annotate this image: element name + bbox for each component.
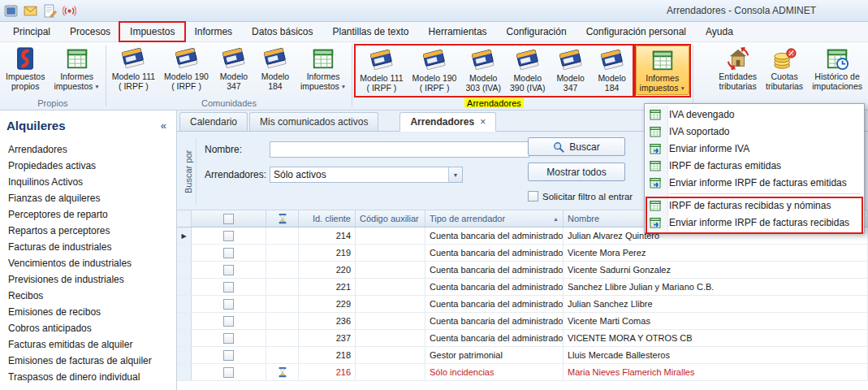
column-header-checkbox[interactable] — [192, 210, 266, 227]
app-icon[interactable] — [4, 4, 18, 18]
broadcast-icon[interactable] — [63, 4, 76, 18]
ribbon-button[interactable]: Modelo 347▼ — [551, 46, 591, 94]
cell-tipo-arrendador: Cuenta bancaria del administrador — [425, 245, 564, 261]
menu-item[interactable]: Plantillas de texto — [322, 23, 418, 41]
edit-note-icon[interactable] — [43, 4, 57, 18]
tab-close-icon[interactable]: × — [480, 116, 486, 128]
ribbon-button[interactable]: Cuotas tributarias▼ — [762, 44, 807, 93]
ribbon-button[interactable]: Modelo 111 ( IRPF )▼ — [356, 46, 407, 94]
sidebar-item[interactable]: Perceptores de reparto — [0, 206, 176, 223]
table-row[interactable]: ▶ 236 Cuenta bancaria del administrador … — [177, 313, 868, 330]
ribbon-group-label: Arrendadores — [354, 98, 633, 110]
menu-item[interactable]: Informes — [184, 23, 242, 41]
menu-item[interactable]: Herramientas — [419, 23, 497, 41]
row-checkbox[interactable] — [223, 282, 234, 292]
sidebar-item[interactable]: Emisiones de recibos — [0, 304, 176, 320]
menu-item[interactable]: Procesos — [60, 23, 120, 41]
sidebar-item[interactable]: Repartos a perceptores — [0, 223, 176, 239]
ribbon-button[interactable]: Modelo 303 (IVA)▼ — [461, 46, 505, 94]
tab[interactable]: Mis comunicados activos × — [249, 112, 378, 131]
menu-item[interactable]: Configuración personal — [577, 23, 696, 41]
table-row[interactable]: ▶ 218 Gestor patrimonial Lluis Mercade B… — [177, 347, 868, 364]
row-checkbox[interactable] — [223, 265, 234, 275]
menu-item[interactable]: Impuestos — [120, 23, 184, 41]
row-checkbox[interactable] — [223, 248, 234, 258]
ribbon-button[interactable]: Modelo 184▼ — [255, 44, 296, 93]
row-checkbox[interactable] — [223, 350, 234, 361]
informes-impuestos-button[interactable]: Informes impuestos▼ — [636, 46, 689, 95]
table-row[interactable]: ▶ 237 Cuenta bancaria del administrador … — [177, 330, 868, 347]
ribbon-group-label: Comunidades — [108, 98, 351, 110]
mail-icon[interactable] — [24, 4, 37, 18]
ribbon-button[interactable]: Entidades tributarias▼ — [715, 44, 761, 93]
sidebar-item[interactable]: Fianzas de alquileres — [0, 190, 176, 206]
cell-nombre: Julian Sanchez Llibre — [564, 296, 868, 312]
ribbon-button[interactable]: Modelo 190 ( IRPF )▼ — [160, 44, 213, 93]
model-icon — [121, 46, 145, 71]
ribbon-button[interactable]: Modelo 111 ( IRPF )▼ — [108, 44, 159, 93]
sidebar-item[interactable]: Emisiones de facturas de alquiler — [0, 353, 176, 369]
select-all-checkbox[interactable] — [223, 214, 234, 224]
row-hourglass-cell — [266, 313, 299, 329]
collapse-sidebar-icon[interactable]: « — [161, 119, 166, 132]
ribbon-button[interactable]: Histórico de imputaciones▼ — [808, 44, 866, 93]
row-checkbox[interactable] — [223, 316, 234, 327]
nombre-input[interactable] — [270, 141, 529, 158]
sidebar-item[interactable]: Cobros anticipados — [0, 320, 176, 336]
menu-item[interactable]: Configuración — [497, 23, 577, 41]
ribbon-button[interactable]: Modelo 390 (IVA)▼ — [506, 46, 550, 94]
sidebar-item[interactable]: Vencimientos de industriales — [0, 255, 176, 271]
tab[interactable]: Arrendadores × — [399, 112, 496, 132]
ribbon-button[interactable]: Modelo 184▼ — [592, 46, 633, 94]
column-header-tipo-arrendador[interactable]: Tipo de arrendador ▲ — [425, 210, 564, 227]
ribbon-button[interactable]: Modelo 347▼ — [214, 44, 254, 93]
sidebar-item[interactable]: Facturas de industriales — [0, 239, 176, 255]
select-dropdown-button[interactable]: ▼ — [448, 167, 462, 182]
ribbon-button[interactable]: Impuestos propios▼ — [2, 44, 49, 93]
row-checkbox[interactable] — [223, 299, 234, 310]
mostrar-todos-button[interactable]: Mostrar todos — [528, 162, 625, 181]
menu-item[interactable]: Ayuda — [696, 23, 743, 41]
ribbon-button[interactable]: Informes impuestos▼ — [50, 44, 103, 93]
cell-tipo-arrendador: Sólo incidencias — [425, 364, 564, 380]
ribbon-button[interactable]: Modelo 190 ( IRPF )▼ — [408, 46, 461, 94]
sidebar-item[interactable]: Propiedades activas — [0, 158, 176, 174]
sidebar-item[interactable]: Recibos — [0, 288, 176, 304]
menu-option[interactable]: Enviar informe IRPF de facturas recibida… — [646, 214, 862, 231]
column-header-codigo-auxiliar[interactable]: Código auxiliar — [356, 210, 425, 227]
row-checkbox[interactable] — [223, 231, 234, 241]
sidebar-item[interactable]: Previsiones de industriales — [0, 271, 176, 288]
sidebar-item[interactable]: Facturas emitidas de alquiler — [0, 336, 176, 353]
informes-impuestos-dropdown-menu: IVA devengado IVA soportado Enviar infor… — [644, 103, 865, 233]
column-header-id-cliente[interactable]: Id. cliente — [299, 210, 356, 227]
table-row[interactable]: ▶ 220 Cuenta bancaria del administrador … — [177, 262, 868, 279]
sidebar-item[interactable]: Arrendadores — [0, 141, 176, 158]
buscar-button[interactable]: Buscar — [528, 137, 625, 156]
menu-item[interactable]: Principal — [3, 23, 60, 41]
table-row[interactable]: ▶ 221 Cuenta bancaria del administrador … — [177, 279, 868, 296]
menu-option[interactable]: IRPF de facturas recibidas y nóminas — [646, 197, 862, 214]
model-icon — [516, 48, 540, 72]
menu-option[interactable]: IVA soportado — [646, 123, 862, 140]
row-indicator: ▶ — [177, 228, 192, 244]
table-row[interactable]: ▶ 229 Cuenta bancaria del administrador … — [177, 296, 868, 313]
menu-option[interactable]: IVA devengado — [646, 106, 862, 123]
menu-item[interactable]: Datos básicos — [242, 23, 322, 41]
column-header-hourglass[interactable] — [266, 210, 299, 227]
arrendadores-select[interactable]: Sólo activos ▼ — [270, 167, 463, 183]
table-row[interactable]: ▶ 219 Cuenta bancaria del administrador … — [177, 245, 868, 262]
sidebar-item[interactable]: Inquilinos Activos — [0, 174, 176, 190]
menu-option[interactable]: Enviar informe IVA — [646, 140, 862, 157]
row-checkbox[interactable] — [223, 333, 234, 344]
menu-option[interactable]: IRPF de facturas emitidas — [646, 157, 862, 174]
cell-codigo-auxiliar — [356, 262, 425, 278]
row-checkbox[interactable] — [223, 367, 234, 378]
tab[interactable]: Calendario × — [179, 112, 248, 131]
sidebar-item[interactable]: Traspasos de dinero individual — [0, 369, 176, 385]
ribbon-button[interactable]: Informes impuestos▼ — [296, 44, 350, 93]
table-row[interactable]: ▶ 216 Sólo incidencias Maria Nieves Flam… — [177, 364, 868, 381]
menu-option[interactable]: Enviar informe IRPF de facturas emitidas — [646, 174, 862, 191]
row-indicator: ▶ — [177, 296, 192, 312]
menu-option[interactable] — [646, 191, 862, 197]
solicitar-filtro-checkbox[interactable] — [528, 191, 538, 202]
